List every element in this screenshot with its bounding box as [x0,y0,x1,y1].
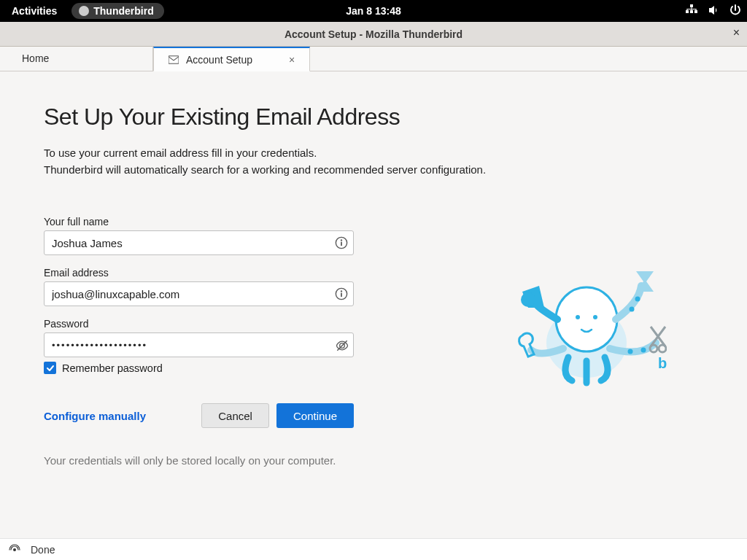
toggle-password-visibility-icon[interactable] [335,338,348,351]
svg-point-10 [341,239,342,241]
svg-rect-6 [687,9,688,10]
status-bar: Done [0,538,747,560]
gnome-top-bar: Activities Thunderbird Jan 8 13:48 [0,0,747,22]
intro-line2: Thunderbird will automatically search fo… [44,162,747,179]
connection-status-icon [9,544,20,556]
network-icon[interactable] [686,4,697,18]
info-icon[interactable] [335,236,348,249]
tab-active-label: Account Setup [186,54,252,66]
configure-manually-link[interactable]: Configure manually [44,410,146,422]
window-title: Account Setup - Mozilla Thunderbird [285,28,462,40]
activities-button[interactable]: Activities [6,4,63,18]
status-text: Done [31,544,55,556]
svg-rect-3 [694,10,697,13]
info-icon[interactable] [335,287,348,300]
remember-password-label: Remember password [62,362,163,374]
credentials-footnote: Your credentials will only be stored loc… [44,454,747,467]
svg-point-22 [635,297,640,302]
page-intro: To use your current email address fill i… [44,145,747,178]
svg-point-13 [341,290,342,292]
svg-rect-8 [169,55,179,63]
tab-home[interactable]: Home [0,46,153,71]
svg-rect-11 [341,242,342,246]
svg-point-19 [593,315,597,319]
power-icon[interactable] [729,4,741,18]
svg-point-20 [521,292,535,307]
app-name-label: Thunderbird [93,5,153,17]
intro-line1: To use your current email address fill i… [44,145,747,162]
app-menu[interactable]: Thunderbird [71,3,163,19]
svg-rect-7 [696,9,697,10]
page-heading: Set Up Your Existing Email Address [44,104,747,131]
svg-text:b: b [658,355,667,371]
svg-rect-2 [690,10,693,13]
svg-rect-14 [341,293,342,297]
svg-rect-0 [690,4,693,7]
cancel-button[interactable]: Cancel [201,403,269,428]
tab-strip: Home Account Setup × [0,47,747,71]
mail-setup-icon [169,55,179,65]
svg-point-23 [628,349,633,354]
password-input[interactable] [44,332,354,357]
tab-close-button[interactable]: × [289,54,295,66]
svg-point-17 [556,287,617,351]
tab-account-setup[interactable]: Account Setup × [153,47,310,71]
svg-rect-1 [686,10,689,13]
thunderbird-icon [79,6,89,16]
svg-point-18 [576,315,580,319]
svg-point-28 [659,345,666,352]
window-close-button[interactable]: × [733,26,740,39]
svg-point-21 [630,307,635,312]
window-titlebar: Account Setup - Mozilla Thunderbird × [0,22,747,47]
svg-point-24 [641,348,646,353]
setup-illustration: b [514,262,667,397]
svg-point-30 [13,548,16,551]
volume-icon[interactable] [708,4,719,18]
email-input[interactable] [44,281,354,306]
name-input[interactable] [44,230,354,255]
tab-home-label: Home [22,52,49,64]
name-label: Your full name [44,216,747,228]
continue-button[interactable]: Continue [276,403,354,428]
svg-rect-5 [687,9,697,9]
clock[interactable]: Jan 8 13:48 [346,5,401,17]
remember-password-checkbox[interactable] [44,362,56,374]
